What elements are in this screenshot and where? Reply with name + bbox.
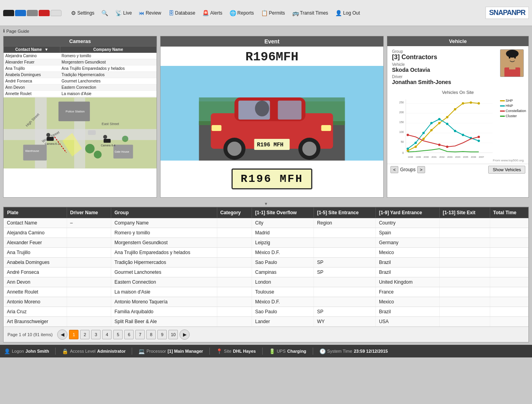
collapse-arrow[interactable]: ▼ <box>3 201 529 207</box>
svg-point-11 <box>94 151 102 159</box>
nav-database[interactable]: 🗄 Database <box>165 8 198 18</box>
page-btn-6[interactable]: 6 <box>124 330 134 339</box>
cameras-table-scroll[interactable]: Contact Name ▼ Company Name Alejandra Ca… <box>4 46 157 97</box>
svg-point-75 <box>430 129 433 131</box>
svg-point-82 <box>407 148 409 150</box>
svg-point-92 <box>407 134 409 136</box>
event-plate-text: R196MFH <box>161 47 383 66</box>
cameras-panel: Cameras Contact Name ▼ Company Name <box>3 36 157 198</box>
svg-text:250: 250 <box>399 101 404 104</box>
svg-point-85 <box>430 122 433 124</box>
page-btn-2[interactable]: 2 <box>80 330 90 339</box>
col-yard-entrance[interactable]: [1-9] Yard Entrance <box>375 208 439 218</box>
col-company[interactable]: Company Name <box>60 47 156 53</box>
nav-permits-label: Permits <box>269 10 285 16</box>
table-row: Ann Devon Eastern Connection London Unit… <box>4 277 528 287</box>
status-logon: 👤 Logon John Smith <box>4 348 49 354</box>
col-site-entrance[interactable]: [1-5] Site Entrance <box>314 208 375 218</box>
svg-rect-37 <box>212 125 222 131</box>
snap-text: SNAP <box>489 9 507 17</box>
nav-alerts[interactable]: 🚨 Alerts <box>199 8 226 18</box>
review-icon: ⏮ <box>139 10 144 16</box>
svg-text:East Street: East Street <box>102 122 119 126</box>
col-group[interactable]: Group <box>111 208 217 218</box>
svg-text:100: 100 <box>399 131 404 133</box>
svg-point-34 <box>228 142 242 156</box>
svg-point-91 <box>478 140 480 142</box>
nav-reports-label: Reports <box>237 10 254 16</box>
svg-text:2002: 2002 <box>439 156 445 158</box>
svg-point-79 <box>462 102 464 105</box>
page-btn-7[interactable]: 7 <box>135 330 145 339</box>
groups-prev-button[interactable]: < <box>390 166 398 173</box>
car-icon-gray <box>27 10 38 16</box>
nav-alerts-label: Alerts <box>210 10 222 16</box>
svg-text:Camera 6-1: Camera 6-1 <box>45 142 59 145</box>
nav-logout[interactable]: 👤 Log Out <box>332 8 363 18</box>
col-contact[interactable]: Contact Name ▼ <box>4 47 60 53</box>
table-row: Alexander FeuerMorgenstern Gesundkost <box>4 59 157 65</box>
nav-permits[interactable]: 📋 Permits <box>258 8 288 18</box>
page-btn-1[interactable]: 1 <box>69 330 78 339</box>
next-page-button[interactable]: ▶ <box>179 329 190 340</box>
show-vehicles-button[interactable]: Show Vehicles <box>488 166 525 174</box>
chart-title: Vehicles On Site <box>389 90 527 95</box>
nav-review[interactable]: ⏮ Review <box>136 8 164 18</box>
vehicle-info: Group [3] Contractors Vehicle Skoda Octa… <box>387 46 528 88</box>
chart-legend: SHP HNP Constellation Cluster <box>499 95 527 159</box>
page-guide[interactable]: ℹ Page Guide <box>3 28 529 34</box>
nav-reports[interactable]: 🌐 Reports <box>226 8 257 18</box>
svg-text:2006: 2006 <box>471 156 476 158</box>
svg-rect-32 <box>278 101 302 120</box>
driver-photo-svg <box>500 50 524 77</box>
map-svg: Police Station Warehouse Gate House High… <box>4 97 157 168</box>
plate-display: R196 MFH <box>231 168 312 189</box>
vehicle-controls: < Groups > Show Vehicles <box>387 164 528 175</box>
chart-source: From www.top500.org <box>389 159 527 162</box>
page-btn-10[interactable]: 10 <box>168 330 178 339</box>
bottom-section: Plate Driver Name Group Category [1-1] S… <box>3 207 529 342</box>
site-icon: 📍 <box>216 348 222 354</box>
svg-point-89 <box>462 134 464 136</box>
nav-live[interactable]: 📡 Live <box>112 8 135 18</box>
page-guide-label: Page Guide <box>6 29 29 34</box>
page-btn-4[interactable]: 4 <box>102 330 112 339</box>
page-btn-3[interactable]: 3 <box>91 330 101 339</box>
top-navigation: ⚙ Settings 🔍 📡 Live ⏮ Review 🗄 Database … <box>0 0 532 26</box>
svg-point-12 <box>122 136 128 142</box>
svg-text:50: 50 <box>401 140 404 143</box>
nav-settings[interactable]: ⚙ Settings <box>68 8 97 18</box>
col-total-time[interactable]: Total Time <box>490 208 528 218</box>
svg-point-77 <box>446 116 448 118</box>
svg-point-94 <box>446 146 448 148</box>
col-plate[interactable]: Plate <box>4 208 67 218</box>
page-btn-9[interactable]: 9 <box>157 330 167 339</box>
col-site-exit[interactable]: [1-13] Site Exit <box>439 208 490 218</box>
groups-next-button[interactable]: > <box>417 166 425 173</box>
nav-database-label: Database <box>175 10 195 16</box>
col-category[interactable]: Category <box>217 208 252 218</box>
logon-user: John Smith <box>26 349 49 354</box>
alerts-icon: 🚨 <box>202 10 209 16</box>
col-site-overflow[interactable]: [1-1] Site Overflow <box>252 208 314 218</box>
cameras-table: Contact Name ▼ Company Name Alejandra Ca… <box>4 46 157 97</box>
page-btn-8[interactable]: 8 <box>146 330 156 339</box>
system-time-value: 23:59 12/12/2015 <box>354 349 388 354</box>
top-panels: Cameras Contact Name ▼ Company Name <box>3 36 529 198</box>
nav-transit-times[interactable]: 🚌 Transit Times <box>289 8 332 18</box>
svg-rect-24 <box>88 130 96 135</box>
vehicles-chart-svg: 0 50 100 150 200 250 1998 1999 <box>389 95 498 159</box>
vehicle-panel-header: Vehicle <box>387 36 528 46</box>
prev-page-button[interactable]: ◀ <box>57 329 67 340</box>
table-row: Anabela Domingues Tradição Hipermercados… <box>4 258 528 267</box>
event-car-image: R196 MFH <box>161 66 383 161</box>
nav-search[interactable]: 🔍 <box>98 8 111 18</box>
svg-text:Gate House: Gate House <box>115 150 129 153</box>
settings-icon: ⚙ <box>71 10 76 16</box>
snap-anpr-logo: SNAPANPR <box>485 7 529 19</box>
table-row: Antonio Moreno Antonio Moreno Taquería M… <box>4 297 528 307</box>
table-row: André Fonseca Gourmet Lanchonetes Campin… <box>4 267 528 277</box>
col-driver-name[interactable]: Driver Name <box>67 208 111 218</box>
svg-point-76 <box>438 122 441 124</box>
page-btn-5[interactable]: 5 <box>113 330 123 339</box>
